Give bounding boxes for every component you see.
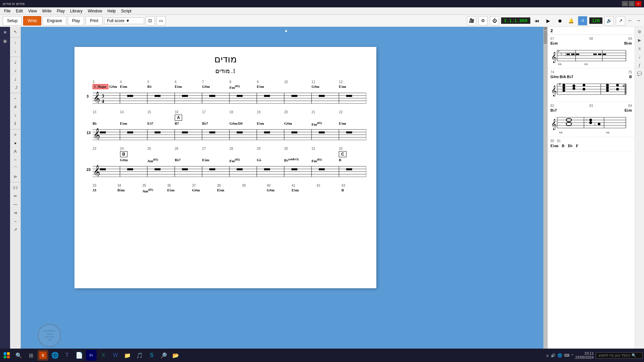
tab-play[interactable]: Play [68,16,84,25]
note-sixteenth[interactable]: 𝅘𝅥𝅯 [11,84,20,91]
v-scrollbar[interactable] [543,27,547,354]
taskbar-word[interactable]: W [110,350,121,361]
tab-write[interactable]: Write [23,16,41,25]
note-down-tool[interactable]: ↓ [11,48,20,55]
dynamics-icon[interactable]: ƒ [636,62,643,69]
comment-icon[interactable]: 💬 [636,70,643,77]
dot-tool[interactable]: ● [11,139,20,147]
note-quarter[interactable]: ♩ [11,59,20,66]
staff-svg-2: 𝄞 [93,127,366,140]
hairpin-tool[interactable]: ⊳ [11,173,20,180]
score-area[interactable]: ▲ מודים 1. מודים 3 4 5 6 7 8 9 10 11 12 [21,27,547,354]
taskbar-sibelius[interactable]: S [38,350,48,361]
dynamic-tool[interactable]: ~ [11,95,20,102]
eraser-tool[interactable]: — [11,201,20,208]
start-button[interactable] [1,350,12,361]
tab-setup[interactable]: Setup [3,16,22,25]
taskbar-app3[interactable]: 📂 [170,350,181,361]
undo-button[interactable]: ← [627,17,633,24]
trill-tool[interactable]: ~ [11,156,20,164]
taskbar-finder[interactable]: 🔎 [158,350,169,361]
score-dropdown-icon: ▼ [126,18,130,23]
3-2-section[interactable]: 3:2 [11,184,20,191]
go-start-button[interactable]: ⏮ [532,16,542,25]
redo-button[interactable]: → [635,17,641,24]
note-eighth[interactable]: ♪ [11,67,20,74]
taskbar-acrobat[interactable]: 📄 [74,350,85,361]
svg-rect-143 [4,352,6,355]
tab-engrave[interactable]: Engrave [43,16,66,25]
menu-bar: File Edit View Write Play Library Window… [0,7,644,15]
menu-file[interactable]: File [1,8,13,14]
arrow-tool[interactable]: ↗ [11,226,20,233]
note-quarter2[interactable]: ♩ [11,75,20,83]
properties-icon[interactable]: ⚙ [636,28,643,36]
note-input-icon[interactable]: ♩ [636,53,643,61]
search-icon: 🔍 [632,353,636,358]
sharp-tool[interactable]: # [11,103,20,111]
select-tool[interactable]: ↖ [11,28,20,36]
search-placeholder: הקלד כאן כדי לחפש [599,353,630,358]
mixer-icon[interactable]: ⚙ [478,16,488,25]
power-icon[interactable]: ⏻ [490,16,499,25]
svg-rect-145 [4,356,6,358]
slur-tool[interactable]: ⌒ [11,165,20,172]
text-tool[interactable]: A [11,148,20,155]
svg-text:𝄞: 𝄞 [93,91,100,103]
scroll-up-arrow[interactable]: ▲ [284,28,288,33]
note-up-tool[interactable]: ↑ [11,39,20,47]
position-display: 3.1.1.000 [501,17,530,24]
windows-logo [3,352,10,359]
video-icon[interactable]: 🎥 [467,16,476,25]
measure-numbers-3: 23 24 25 26 27 28 29 30 31 32 [85,147,366,150]
window-mode-button[interactable]: ⊡ [146,16,155,25]
maximize-button[interactable]: □ [629,1,635,6]
taskbar-teams[interactable]: T [62,350,72,361]
menu-view[interactable]: View [25,8,40,14]
minimize-button[interactable]: — [622,1,628,6]
menu-edit[interactable]: Edit [13,8,25,14]
taskbar-excel[interactable]: X [98,350,109,361]
tie-tool[interactable]: ⌢ [11,218,20,225]
menu-library[interactable]: Library [67,8,85,14]
section-b: B [120,151,128,157]
task-view[interactable]: ⊞ [25,350,36,361]
record-button[interactable]: ⏺ [555,16,565,25]
left-toolbar: ↖ ↑ ↓ ♩ ♪ ♩ 𝅘𝅥𝅯 ~ # ♭ 𝄃 > ● A ~ ⌒ ⊳ 3:2 … [10,27,21,354]
system-tray: ע 🔊 🌐 ⌨ ^ 23:11 23/09/2024 הקלד כאן כדי … [546,351,643,359]
crescendo-tool[interactable]: ⊲ [11,209,20,217]
svg-point-137 [589,119,592,121]
pencil-tool[interactable]: ✏ [11,192,20,200]
taskbar-app1[interactable]: 🎵 [134,350,145,361]
menu-play[interactable]: Play [54,8,67,14]
score-selector[interactable]: Full score ▼ [104,17,144,24]
metronome-button[interactable]: 🔔 [567,16,576,25]
svg-rect-45 [155,131,161,133]
search-taskbar[interactable]: 🔍 [13,350,24,361]
play-button[interactable]: ▶ [544,16,553,25]
speaker-button[interactable]: 🔊 [604,16,614,25]
export-button[interactable]: ↗ [616,16,625,25]
tab-print[interactable]: Print [86,16,103,25]
taskbar-app2[interactable]: S [146,350,157,361]
mixer2-icon[interactable]: ≡ [636,45,643,52]
panel-view-icon[interactable]: ◉ [1,37,9,45]
hebrew-search[interactable]: הקלד כאן כדי לחפש 🔍 [596,352,643,359]
scroll-up-button[interactable] [544,27,547,30]
menu-write[interactable]: Write [40,8,54,14]
scroll-thumb[interactable] [544,31,547,44]
fullscreen-button[interactable]: ▭ [156,16,166,25]
accent-tool[interactable]: > [11,131,20,138]
playback-icon[interactable]: ▶ [636,37,643,44]
close-button[interactable]: ✕ [635,1,641,6]
menu-help[interactable]: Help [105,8,118,14]
flat-tool[interactable]: ♭ [11,112,20,119]
menu-script[interactable]: Script [118,8,134,14]
taskbar-files[interactable]: 📁 [122,350,133,361]
loop-button[interactable]: ↺ [578,16,587,25]
menu-window[interactable]: Window [85,8,105,14]
doublebar-tool[interactable]: 𝄃 [11,120,20,127]
taskbar-premiere[interactable]: Pr [86,350,97,361]
taskbar-chrome[interactable]: 🌐 [50,350,60,361]
panel-layout-icon[interactable]: ≡ [1,28,9,36]
